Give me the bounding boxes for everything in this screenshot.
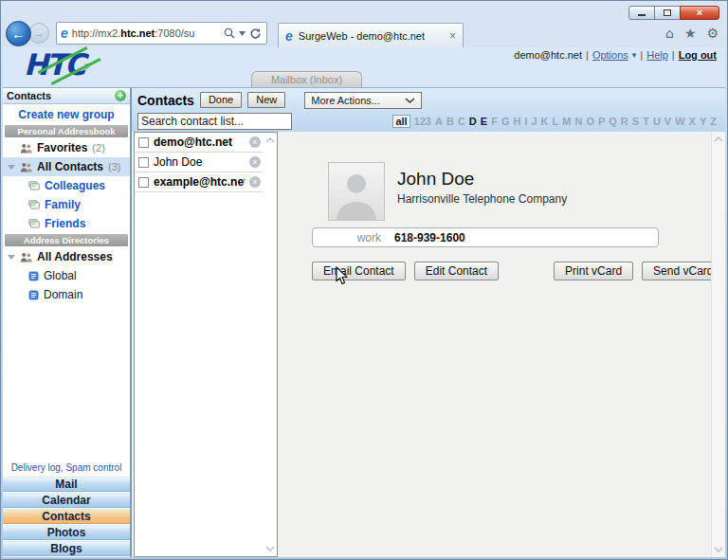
alphabet-A[interactable]: A [435,116,443,127]
add-group-icon[interactable]: + [115,90,126,101]
alphabet-Q[interactable]: Q [609,116,617,127]
alphabet-D[interactable]: D [469,116,477,127]
url-text[interactable]: http://mx2.htc.net:7080/su [72,27,220,39]
contact-row[interactable]: demo@htc.net × [135,133,263,153]
alphabet-N[interactable]: N [574,116,582,127]
alphabet-J[interactable]: J [531,116,537,127]
scroll-down-icon[interactable] [714,547,723,552]
sidebar-item-all-addresses[interactable]: All Addresses [3,247,130,266]
expand-triangle-icon[interactable] [8,165,15,170]
forward-button[interactable]: → [28,23,49,44]
alphabet-M[interactable]: M [562,116,571,127]
alphabet-Y[interactable]: Y [700,116,706,127]
alphabet-E[interactable]: E [481,116,487,127]
address-directories-section: Address Directories [5,234,128,246]
alphabet-U[interactable]: U [653,116,661,127]
alphabet-G[interactable]: G [501,116,510,127]
alphabet-all[interactable]: all [392,115,410,128]
done-button[interactable]: Done [200,92,242,108]
alphabet-B[interactable]: B [446,116,454,127]
title-bar[interactable]: × [0,0,728,19]
alphabet-H[interactable]: H [513,116,520,127]
detail-scrollbar[interactable] [711,132,725,557]
create-new-group-link[interactable]: Create new group [3,104,130,124]
options-caret-icon: ▾ [632,50,637,60]
sidebar-item-global[interactable]: Global [3,266,130,285]
alphabet-I[interactable]: I [524,116,527,127]
scroll-up-icon[interactable] [714,136,723,142]
delivery-log-link[interactable]: Delivery log [11,462,61,473]
browser-tab[interactable]: e SurgeWeb - demo@htc.net × [278,23,464,47]
home-icon[interactable]: ⌂ [665,26,674,41]
sidebar-item-domain[interactable]: Domain [3,285,130,304]
contact-checkbox[interactable] [138,177,149,188]
expand-triangle-icon[interactable] [8,255,15,260]
alphabet-F[interactable]: F [491,116,498,127]
alphabet-O[interactable]: O [586,116,594,127]
alphabet-P[interactable]: P [598,116,605,127]
refresh-icon[interactable] [249,27,262,40]
alphabet-L[interactable]: L [553,116,559,127]
nav-photos[interactable]: Photos [3,525,130,540]
spam-control-link[interactable]: Spam control [65,462,121,473]
contacts-workspace: demo@htc.net × John Doe × example@htc.ne… [132,132,725,557]
delete-contact-icon[interactable]: × [249,136,261,148]
alphabet-R[interactable]: R [621,116,628,127]
email-contact-button[interactable]: Email Contact [312,262,406,280]
scroll-down-icon[interactable] [265,546,275,551]
contact-row[interactable]: John Doe × [135,153,263,172]
contact-row[interactable]: example@htc.net × [135,172,263,192]
contact-detail: John Doe Harrisonville Telephone Company… [278,132,725,557]
mailbox-inbox-tab[interactable]: Mailbox (Inbox) [251,71,362,87]
page-title: Contacts [137,93,194,108]
contact-list-scrollbar[interactable] [263,133,277,556]
edit-contact-button[interactable]: Edit Contact [414,262,499,280]
alphabet-T[interactable]: T [643,116,649,127]
close-button[interactable]: × [680,6,719,20]
gear-icon[interactable]: ⚙ [706,26,719,41]
nav-blogs[interactable]: Blogs [3,541,130,556]
search-input[interactable] [137,113,292,130]
personal-addressbook-section: Personal Addressbook [5,125,128,137]
new-button[interactable]: New [247,92,285,108]
print-vcard-button[interactable]: Print vCard [554,262,633,280]
sidebar-item-friends[interactable]: Friends [3,214,130,233]
restore-button[interactable] [654,6,681,20]
alphabet-V[interactable]: V [664,116,671,127]
alphabet-Z[interactable]: Z [710,116,717,127]
tab-close-icon[interactable]: × [449,29,456,43]
minimize-button[interactable] [628,6,655,20]
alphabet-S[interactable]: S [632,116,639,127]
phone-label: work [313,231,381,244]
alphabet-W[interactable]: W [675,116,684,127]
more-actions-dropdown[interactable]: More Actions... [304,92,422,109]
sidebar-header: Contacts + [3,88,130,104]
scroll-up-icon[interactable] [265,137,275,143]
window-controls: × [629,6,719,20]
sidebar-item-family[interactable]: Family [3,195,130,214]
options-link[interactable]: Options [592,49,628,61]
search-icon[interactable] [224,27,235,39]
delete-contact-icon[interactable]: × [249,156,261,168]
sidebar-item-all-contacts[interactable]: All Contacts (3) [3,157,130,176]
cards-icon [28,181,40,190]
help-link[interactable]: Help [646,49,668,61]
sidebar-item-favorites[interactable]: Favorites (2) [3,138,130,157]
alphabet-C[interactable]: C [458,116,465,127]
sidebar-item-colleagues[interactable]: Colleagues [3,176,130,195]
alphabet-123[interactable]: 123 [414,116,431,127]
back-button[interactable]: ← [6,21,31,46]
alphabet-K[interactable]: K [541,116,549,127]
alphabet-X[interactable]: X [689,116,696,127]
nav-calendar[interactable]: Calendar [3,493,130,508]
navigation-bar: ← → e http://mx2.htc.net:7080/su e Surge… [0,19,728,47]
nav-contacts[interactable]: Contacts [3,509,130,524]
contact-checkbox[interactable] [138,137,149,148]
nav-mail[interactable]: Mail [3,477,130,492]
address-dropdown-icon[interactable] [239,31,246,36]
favorites-star-icon[interactable]: ★ [684,26,697,41]
contact-checkbox[interactable] [138,157,149,168]
logout-link[interactable]: Log out [679,49,717,61]
delete-contact-icon[interactable]: × [249,176,261,188]
address-bar[interactable]: e http://mx2.htc.net:7080/su [56,22,267,45]
